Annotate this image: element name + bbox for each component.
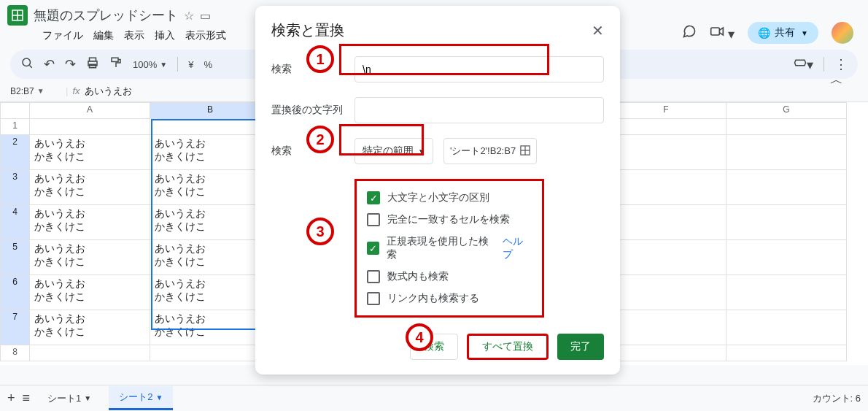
row-header[interactable]: 6	[1, 275, 30, 310]
name-box[interactable]: B2:B7▼	[10, 86, 61, 96]
formula-bar[interactable]: あいうえお	[85, 85, 132, 98]
cell[interactable]	[30, 345, 150, 361]
cell[interactable]	[150, 345, 271, 361]
replace-all-button[interactable]: すべて置換	[467, 334, 549, 360]
cell[interactable]: あいうえお かきくけこ	[150, 170, 271, 205]
menu-insert[interactable]: 挿入	[155, 29, 175, 42]
select-all-cell[interactable]	[1, 103, 30, 119]
chevron-down-icon[interactable]: ▼	[801, 29, 808, 37]
col-header-f[interactable]: F	[606, 103, 726, 119]
replace-label: 置換後の文字列	[271, 104, 344, 117]
sheet-tab-1[interactable]: シート1 ▼	[37, 388, 101, 410]
search-menu-icon[interactable]	[20, 56, 34, 73]
option-row: 完全に一致するセルを検索	[367, 209, 532, 231]
option-row: ✓大文字と小文字の区別	[367, 187, 532, 209]
cell[interactable]: あいうえお かきくけこ	[30, 240, 150, 275]
svg-rect-9	[112, 58, 118, 61]
range-input[interactable]: 'シート2'!B2:B7	[443, 138, 537, 164]
comment-history-icon[interactable]	[682, 24, 697, 42]
meet-icon[interactable]: ▾	[710, 24, 735, 42]
row-header[interactable]: 7	[1, 310, 30, 345]
star-icon[interactable]: ☆	[184, 9, 194, 23]
cell[interactable]	[726, 240, 847, 275]
cell[interactable]: あいうえお かきくけこ	[30, 310, 150, 345]
col-header-a[interactable]: A	[30, 103, 150, 119]
cell[interactable]: あいうえお かきくけこ	[150, 275, 271, 310]
done-button[interactable]: 完了	[557, 334, 604, 360]
sheet-tab-2[interactable]: シート2 ▼	[109, 386, 173, 410]
help-link[interactable]: ヘルプ	[503, 235, 532, 261]
cell[interactable]	[726, 310, 847, 345]
cell[interactable]	[606, 240, 726, 275]
move-folder-icon[interactable]: ▭	[200, 9, 211, 23]
cell[interactable]: あいうえお かきくけこ	[150, 135, 271, 170]
cell[interactable]	[726, 275, 847, 310]
grid-select-icon[interactable]	[520, 145, 530, 158]
more-toolbar-icon[interactable]: ⋮	[834, 56, 848, 72]
cell[interactable]	[726, 345, 847, 361]
option-label: 大文字と小文字の区別	[387, 191, 489, 204]
menu-format[interactable]: 表示形式	[185, 29, 226, 42]
checkbox[interactable]	[367, 270, 380, 283]
cell[interactable]	[150, 119, 271, 135]
menu-file[interactable]: ファイル	[42, 29, 83, 42]
print-icon[interactable]	[86, 56, 99, 73]
cell[interactable]: あいうえお かきくけこ	[30, 205, 150, 240]
options-group: ✓大文字と小文字の区別完全に一致するセルを検索✓正規表現を使用した検索ヘルプ数式…	[354, 179, 544, 318]
cell[interactable]	[606, 275, 726, 310]
zoom-select[interactable]: 100% ▼	[133, 59, 167, 70]
col-header-g[interactable]: G	[726, 103, 847, 119]
cell[interactable]	[606, 205, 726, 240]
collapse-toolbar-icon[interactable]: ︿	[830, 71, 843, 88]
option-row: リンク内も検索する	[367, 288, 532, 310]
cell[interactable]	[606, 170, 726, 205]
cell[interactable]	[606, 135, 726, 170]
row-header[interactable]: 3	[1, 170, 30, 205]
replace-input[interactable]	[354, 97, 604, 123]
scope-select[interactable]: 特定の範囲▼	[354, 138, 433, 164]
cell[interactable]: あいうえお かきくけこ	[30, 135, 150, 170]
cell[interactable]: あいうえお かきくけこ	[150, 310, 271, 345]
cell[interactable]	[30, 119, 150, 135]
find-input[interactable]	[354, 56, 604, 82]
cell[interactable]: あいうえお かきくけこ	[30, 275, 150, 310]
paint-format-icon[interactable]	[109, 56, 123, 73]
row-header[interactable]: 8	[1, 345, 30, 361]
cell[interactable]	[726, 205, 847, 240]
account-avatar[interactable]	[832, 22, 853, 44]
menu-edit[interactable]: 編集	[93, 29, 114, 42]
option-label: 完全に一致するセルを検索	[387, 213, 510, 226]
close-icon[interactable]: ✕	[592, 22, 604, 39]
checkbox[interactable]: ✓	[367, 242, 379, 255]
menu-view[interactable]: 表示	[124, 29, 144, 42]
undo-icon[interactable]: ↶	[44, 56, 55, 72]
option-row: 数式内も検索	[367, 266, 532, 288]
checkbox[interactable]	[367, 292, 380, 305]
cell[interactable]	[726, 135, 847, 170]
selection-count[interactable]: カウント: 6	[813, 392, 861, 405]
redo-icon[interactable]: ↷	[65, 56, 76, 72]
checkbox[interactable]	[367, 213, 380, 226]
cell[interactable]	[606, 119, 726, 135]
row-header[interactable]: 4	[1, 205, 30, 240]
percent-format[interactable]: %	[204, 59, 212, 70]
add-sheet-button[interactable]: +	[7, 391, 15, 406]
row-header[interactable]: 5	[1, 240, 30, 275]
insert-chip-icon[interactable]: ▾	[794, 56, 813, 73]
cell[interactable]	[606, 345, 726, 361]
document-title[interactable]: 無題のスプレッドシート	[34, 7, 178, 24]
row-header[interactable]: 2	[1, 135, 30, 170]
checkbox[interactable]: ✓	[367, 191, 380, 204]
cell[interactable]	[726, 170, 847, 205]
currency-format[interactable]: ¥	[188, 59, 193, 70]
cell[interactable]: あいうえお かきくけこ	[150, 240, 271, 275]
cell[interactable]: あいうえお かきくけこ	[150, 205, 271, 240]
all-sheets-button[interactable]: ≡	[23, 391, 31, 406]
cell[interactable]: あいうえお かきくけこ	[30, 170, 150, 205]
share-button[interactable]: 🌐 共有 ▼	[748, 22, 818, 44]
cell[interactable]	[726, 119, 847, 135]
globe-icon: 🌐	[758, 27, 770, 39]
cell[interactable]	[606, 310, 726, 345]
col-header-b[interactable]: B	[150, 103, 271, 119]
row-header[interactable]: 1	[1, 119, 30, 135]
